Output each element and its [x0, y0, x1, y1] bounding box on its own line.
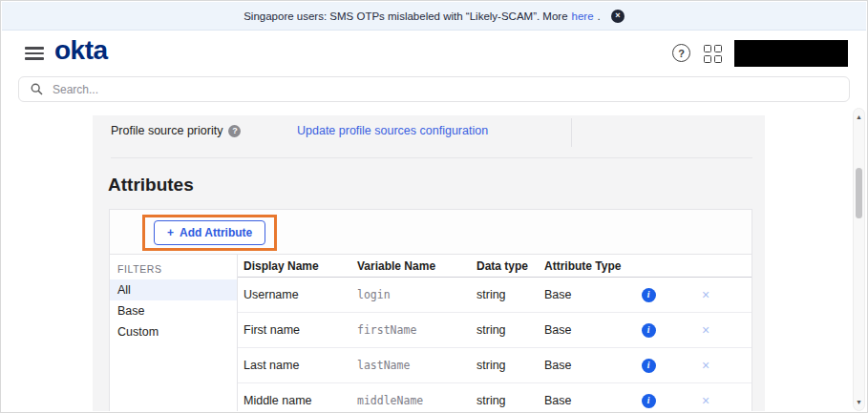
attributes-heading: Attributes: [108, 175, 194, 196]
attributes-body: FILTERS All Base Custom Display Name Var…: [110, 255, 752, 411]
col-variable-name: Variable Name: [357, 259, 476, 273]
banner-here-link[interactable]: here: [572, 10, 594, 22]
okta-admin-window: Singapore users: SMS OTPs mislabeled wit…: [0, 0, 868, 413]
cell-variable-name: firstName: [357, 323, 476, 337]
filter-item-all[interactable]: All: [110, 279, 237, 300]
attributes-table: Display Name Variable Name Data type Att…: [238, 255, 752, 411]
scroll-down-icon[interactable]: ▼: [854, 399, 864, 405]
banner-suffix: .: [598, 10, 601, 22]
hamburger-menu-icon[interactable]: [25, 47, 44, 60]
cell-display-name: First name: [243, 323, 357, 337]
table-row: First name firstName string Base i ×: [238, 313, 752, 348]
add-attribute-label: Add Attribute: [180, 226, 252, 239]
global-search[interactable]: [18, 76, 850, 102]
main-content-panel: Profile source priority ? Update profile…: [93, 115, 765, 411]
table-row: Middle name middleName string Base i ×: [238, 383, 752, 411]
row-info-icon[interactable]: i: [642, 359, 656, 373]
cell-attribute-type: Base: [544, 394, 629, 407]
profile-source-priority-row: Profile source priority ?: [111, 124, 241, 137]
row-info-icon[interactable]: i: [642, 323, 656, 338]
update-profile-sources-link[interactable]: Update profile sources configuration: [297, 124, 488, 137]
cell-display-name: Last name: [243, 359, 357, 372]
cell-variable-name: lastName: [357, 359, 476, 372]
banner-message: Singapore users: SMS OTPs mislabeled wit…: [243, 10, 567, 22]
row-info-icon[interactable]: i: [642, 394, 656, 408]
filters-sidebar: FILTERS All Base Custom: [110, 255, 238, 411]
cell-attribute-type: Base: [544, 323, 629, 337]
table-row: Username login string Base i ×: [238, 278, 752, 313]
col-display-name: Display Name: [243, 259, 357, 273]
add-attribute-button[interactable]: + Add Attribute: [154, 220, 265, 245]
banner-close-icon[interactable]: ×: [611, 10, 625, 23]
scrollbar-thumb[interactable]: [856, 168, 862, 218]
scroll-up-icon[interactable]: ▲: [854, 114, 864, 120]
cell-variable-name: middleName: [357, 394, 476, 407]
cell-attribute-type: Base: [544, 288, 629, 301]
row-delete-icon[interactable]: ×: [702, 394, 709, 407]
attributes-toolbar: + Add Attribute: [110, 210, 752, 255]
row-delete-icon[interactable]: ×: [702, 288, 709, 301]
okta-logo[interactable]: okta: [54, 35, 108, 66]
search-input[interactable]: [51, 82, 849, 97]
profile-source-priority-label: Profile source priority: [111, 124, 222, 137]
col-data-type: Data type: [476, 259, 544, 273]
cell-display-name: Middle name: [243, 394, 357, 407]
vertical-divider: [571, 118, 572, 147]
top-header: okta ?: [1, 31, 867, 74]
row-info-icon[interactable]: i: [642, 288, 656, 302]
cell-data-type: string: [476, 394, 544, 407]
cell-data-type: string: [476, 288, 544, 301]
notification-banner: Singapore users: SMS OTPs mislabeled wit…: [2, 2, 866, 31]
table-header-row: Display Name Variable Name Data type Att…: [238, 255, 752, 278]
table-row: Last name lastName string Base i ×: [238, 348, 752, 383]
cell-data-type: string: [476, 323, 544, 337]
app-switcher-icon[interactable]: [704, 45, 722, 63]
row-delete-icon[interactable]: ×: [702, 359, 709, 372]
plus-icon: +: [167, 226, 174, 239]
profile-source-info-icon[interactable]: ?: [228, 125, 241, 137]
attributes-card: + Add Attribute FILTERS All Base Custom …: [109, 209, 752, 411]
filters-heading: FILTERS: [110, 258, 237, 279]
cell-variable-name: login: [357, 288, 476, 301]
redacted-account-info: [734, 40, 848, 67]
filter-item-custom[interactable]: Custom: [110, 321, 237, 342]
annotation-highlight-box: + Add Attribute: [142, 215, 277, 251]
cell-attribute-type: Base: [544, 359, 629, 372]
filter-item-base[interactable]: Base: [110, 300, 237, 321]
cell-display-name: Username: [243, 288, 357, 301]
vertical-scrollbar[interactable]: ▲ ▼: [853, 108, 865, 411]
section-divider: [111, 157, 752, 158]
help-icon[interactable]: ?: [672, 44, 690, 62]
row-delete-icon[interactable]: ×: [702, 323, 709, 337]
col-attribute-type: Attribute Type: [544, 259, 629, 273]
cell-data-type: string: [476, 359, 544, 372]
search-icon: [31, 83, 43, 95]
